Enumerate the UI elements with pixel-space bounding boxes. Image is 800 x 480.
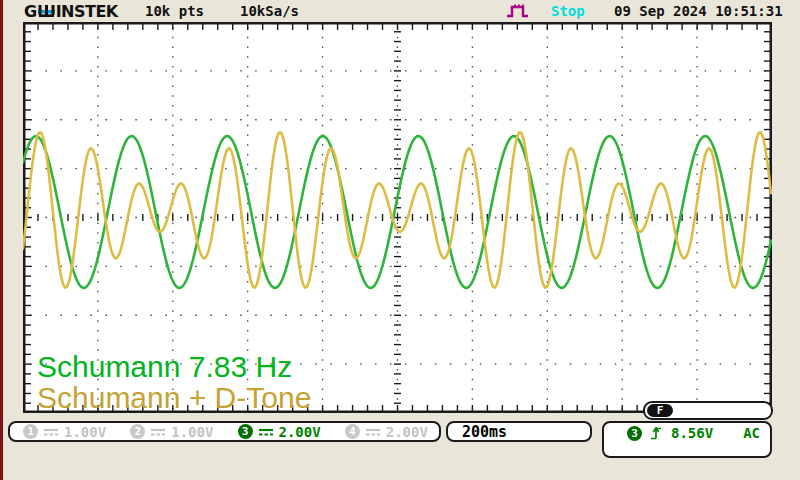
trigger-level: 8.56V [671,425,713,441]
trigger-pulse-icon [505,3,533,19]
timebase-readout: 200ms [446,421,592,442]
brand-logo-g: G [24,2,37,21]
annotation-schumann-dtone: Schumann + D-Tone [37,383,311,413]
channel-4-readout: 4 2.00V [332,424,439,440]
fine-indicator-box: F [643,401,773,420]
trigger-coupling: AC [743,425,760,441]
channel-2-scale: 1.00V [171,424,213,440]
dc-coupling-icon [150,427,166,437]
channel-1-readout: 1 1.00V [10,424,117,440]
timebase-value: 200ms [448,423,507,441]
channel-2-readout: 2 1.00V [117,424,224,440]
brand-w-icon [38,4,55,18]
channel-2-badge: 2 [130,424,145,439]
channel-4-badge: 4 [345,424,360,439]
channel-1-scale: 1.00V [64,424,106,440]
status-bar: G INSTEK 10k pts 10kSa/s Stop 09 Sep 202… [0,0,800,22]
brand-logo: G INSTEK [24,2,118,21]
channel-readout-bar: 1 1.00V 2 1.00V 3 2.00V 4 [8,421,441,442]
record-length: 10k pts [145,3,204,19]
dc-coupling-icon [43,427,59,437]
channel-3-badge: 3 [238,424,253,439]
channel-3-readout: 3 2.00V [225,424,332,440]
trigger-source-badge: 3 [627,426,642,441]
dc-coupling-icon [365,427,381,437]
channel-4-scale: 2.00V [386,424,428,440]
brand-logo-instek: INSTEK [56,2,118,21]
dc-coupling-icon [258,427,274,437]
channel-3-scale: 2.00V [279,424,321,440]
channel-1-badge: 1 [23,424,38,439]
bezel-edge-strip [0,0,3,480]
annotation-schumann: Schumann 7.83 Hz [37,352,292,382]
datetime: 09 Sep 2024 10:51:31 [614,3,783,19]
rising-edge-icon [650,425,663,441]
sample-rate: 10kSa/s [240,3,299,19]
fine-badge: F [647,404,673,417]
acquisition-status: Stop [551,3,585,19]
oscilloscope-screen: G INSTEK 10k pts 10kSa/s Stop 09 Sep 202… [0,0,800,480]
trigger-readout: 3 8.56V AC [602,421,772,458]
